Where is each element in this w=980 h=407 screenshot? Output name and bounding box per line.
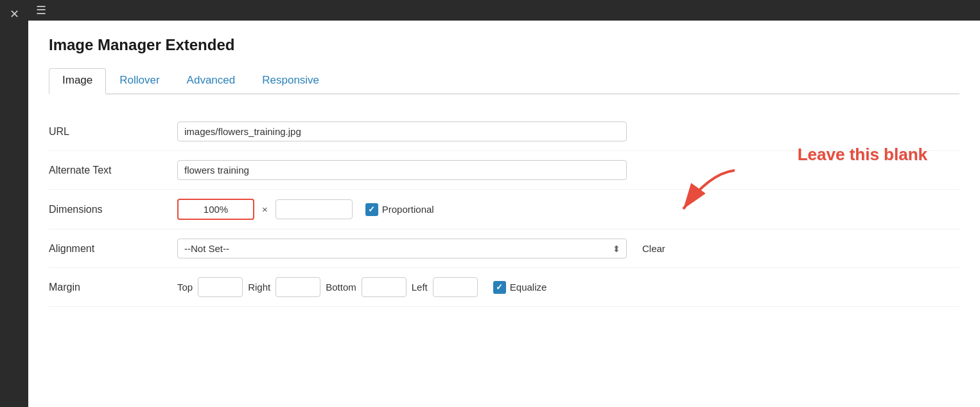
dialog-title: Image Manager Extended — [49, 36, 959, 54]
top-bar-icon: ☰ — [36, 3, 46, 17]
margin-label: Margin — [49, 282, 177, 293]
dialog-content: Image Manager Extended Image Rollover Ad… — [28, 21, 980, 407]
equalize-checkbox[interactable]: ✓ — [493, 281, 506, 294]
tab-advanced[interactable]: Advanced — [173, 68, 249, 95]
modal-overlay: ✕ ☰ Image Manager Extended Image Rollove… — [0, 0, 980, 407]
tab-responsive[interactable]: Responsive — [249, 68, 333, 95]
alignment-label: Alignment — [49, 243, 177, 255]
tab-rollover[interactable]: Rollover — [106, 68, 173, 95]
dimensions-control: × ✓ Proportional — [177, 199, 959, 220]
sidebar-logo-icon: ✕ — [5, 5, 23, 23]
alt-input[interactable] — [177, 160, 627, 180]
margin-bottom-input[interactable] — [362, 277, 407, 297]
alt-label: Alternate Text — [49, 165, 177, 176]
alignment-control: --Not Set-- Left Right Center ⬍ Clear — [177, 239, 959, 258]
url-label: URL — [49, 126, 177, 138]
proportional-checkbox[interactable]: ✓ — [365, 203, 378, 216]
proportional-label: Proportional — [382, 204, 434, 215]
alignment-select[interactable]: --Not Set-- Left Right Center — [177, 239, 627, 258]
margin-right-input[interactable] — [276, 277, 320, 297]
dimension-width-input[interactable] — [177, 199, 254, 220]
equalize-label: Equalize — [510, 282, 547, 293]
alt-control — [177, 160, 959, 180]
margin-bottom-label: Bottom — [326, 282, 356, 293]
dialog: ☰ Image Manager Extended Image Rollover … — [28, 0, 980, 407]
dimension-height-input[interactable] — [276, 199, 353, 219]
alignment-select-wrapper: --Not Set-- Left Right Center ⬍ — [177, 239, 627, 258]
clear-button[interactable]: Clear — [642, 243, 665, 254]
url-control — [177, 122, 959, 141]
url-row: URL — [49, 113, 959, 151]
equalize-wrapper[interactable]: ✓ Equalize — [493, 281, 547, 294]
proportional-checkbox-wrapper[interactable]: ✓ Proportional — [365, 203, 434, 216]
margin-group: Top Right Bottom Left ✓ Equalize — [177, 277, 547, 297]
dimensions-label: Dimensions — [49, 204, 177, 215]
sidebar-left: ✕ — [0, 0, 28, 407]
margin-right-label: Right — [248, 282, 270, 293]
margin-top-label: Top — [177, 282, 193, 293]
margin-left-input[interactable] — [433, 277, 478, 297]
alt-row: Alternate Text Leave this blank — [49, 151, 959, 190]
top-bar: ☰ — [28, 0, 980, 21]
proportional-checkmark: ✓ — [368, 204, 375, 214]
margin-left-label: Left — [412, 282, 428, 293]
margin-top-input[interactable] — [198, 277, 243, 297]
tabs-container: Image Rollover Advanced Responsive — [49, 67, 959, 95]
tab-image[interactable]: Image — [49, 68, 106, 95]
equalize-checkmark: ✓ — [496, 282, 503, 292]
url-input[interactable] — [177, 122, 627, 141]
alignment-row: Alignment --Not Set-- Left Right Center … — [49, 230, 959, 268]
dimension-separator: × — [262, 204, 268, 215]
dimensions-row: Dimensions × ✓ Proportional — [49, 190, 959, 230]
margin-control: Top Right Bottom Left ✓ Equalize — [177, 277, 959, 297]
margin-row: Margin Top Right Bottom Left ✓ — [49, 268, 959, 307]
